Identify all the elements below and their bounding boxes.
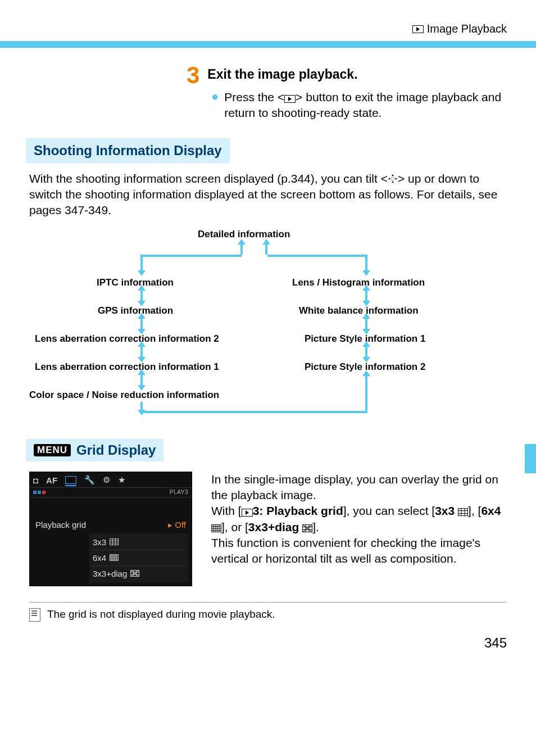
section-grid-display: MENU Grid Display: [26, 439, 163, 461]
grid-heading: Grid Display: [76, 442, 156, 458]
note: The grid is not displayed during movie p…: [29, 602, 507, 622]
grid-option-list: 3x3 6x4 3x3+diag: [89, 533, 188, 582]
info-diagram: Detailed information IPTC information GP…: [29, 229, 507, 420]
note-text: The grid is not displayed during movie p…: [47, 608, 275, 621]
playback-grid-row: Playback grid ▸ Off: [33, 517, 188, 533]
grid-3x3diag-icon: [302, 524, 312, 532]
grid-option-6x4: 6x4: [92, 550, 186, 565]
note-icon: [29, 608, 40, 622]
step-number: 3: [187, 64, 199, 87]
af-icon: AF: [46, 476, 57, 485]
playback-icon: [284, 95, 296, 103]
playback-icon: [412, 25, 424, 33]
section-intro: With the shooting information screen dis…: [29, 171, 507, 219]
camera-menu-screenshot: ◘ AF 🔧 ⚙ ★ PLAY3 Playback grid ▸ Off 3x3: [29, 472, 192, 586]
diagram-top: Detailed information: [198, 229, 290, 240]
step-3: 3 Exit the image playback. ● Press the <…: [187, 64, 507, 121]
section-shooting-info: Shooting Information Display: [26, 138, 230, 163]
tab-label: PLAY3: [170, 488, 188, 495]
menu-tabs: ◘ AF 🔧 ⚙ ★: [30, 472, 192, 488]
grid-body-text: In the single-image display, you can ove…: [211, 472, 507, 567]
step-body: Press the <> button to exit the image pl…: [224, 89, 507, 121]
custom-icon: ⚙: [103, 475, 110, 485]
bullet-icon: ●: [211, 89, 219, 121]
page-header: Image Playback: [29, 22, 507, 35]
svg-point-0: [391, 177, 394, 180]
playback-grid-value: ▸ Off: [168, 520, 186, 530]
wrench-icon: 🔧: [84, 475, 95, 485]
diagram-left-2: Lens aberration correction information 2: [35, 333, 219, 345]
diagram-left-1: GPS information: [98, 305, 173, 316]
grid-3x3-icon: [458, 508, 468, 516]
diagram-left-4: Color space / Noise reduction informatio…: [29, 390, 219, 401]
diagram-left-3: Lens aberration correction information 1: [35, 361, 219, 373]
grid-option-3x3diag: 3x3+diag: [92, 565, 186, 581]
diagram-right-1: White balance information: [299, 305, 419, 316]
page-number: 345: [29, 635, 507, 651]
side-tab: [525, 444, 536, 473]
playback-tab-icon: [65, 474, 76, 486]
header-rule: [0, 41, 536, 48]
diagram-left-0: IPTC information: [97, 277, 174, 288]
svg-rect-1: [110, 539, 119, 545]
step-title: Exit the image playback.: [207, 67, 357, 82]
playback-icon: [242, 509, 253, 517]
multicontroller-icon: [388, 174, 398, 184]
star-icon: ★: [118, 475, 125, 485]
menu-badge: MENU: [34, 444, 71, 456]
menu-subtabs: PLAY3: [30, 488, 192, 497]
grid-option-3x3: 3x3: [92, 535, 186, 550]
grid-6x4-icon: [211, 524, 221, 532]
header-title: Image Playback: [427, 22, 507, 35]
diagram-right-0: Lens / Histogram information: [292, 277, 425, 288]
playback-grid-label: Playback grid: [35, 520, 86, 530]
camera-icon: ◘: [33, 476, 38, 485]
svg-rect-21: [458, 509, 468, 516]
